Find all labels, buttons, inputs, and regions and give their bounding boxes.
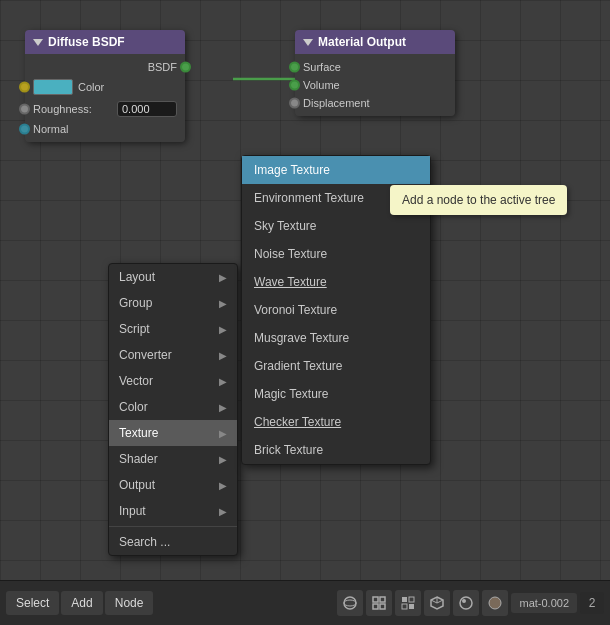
surface-label: Surface (303, 61, 447, 73)
arrow-icon: ▶ (219, 428, 227, 439)
add-menu: Layout ▶ Group ▶ Script ▶ Converter ▶ Ve… (108, 263, 238, 556)
bsdf-label: BSDF (33, 61, 177, 73)
collapse-icon (33, 39, 43, 46)
svg-line-13 (431, 600, 437, 603)
svg-rect-8 (409, 597, 414, 602)
arrow-icon: ▶ (219, 272, 227, 283)
menu-item-group[interactable]: Group ▶ (109, 290, 237, 316)
bsdf-socket-row: BSDF (25, 58, 185, 76)
menu-item-input[interactable]: Input ▶ (109, 498, 237, 524)
arrow-icon: ▶ (219, 480, 227, 491)
material-output-title: Material Output (318, 35, 406, 49)
menu-item-texture[interactable]: Texture ▶ (109, 420, 237, 446)
volume-row: Volume (295, 76, 455, 94)
menu-item-shader[interactable]: Shader ▶ (109, 446, 237, 472)
svg-rect-4 (380, 597, 385, 602)
collapse-icon-mat (303, 39, 313, 46)
texture-item-voronoi[interactable]: Voronoi Texture (242, 296, 430, 324)
volume-input-socket[interactable] (289, 80, 300, 91)
add-button[interactable]: Add (61, 591, 102, 615)
menu-item-color[interactable]: Color ▶ (109, 394, 237, 420)
svg-point-17 (489, 597, 501, 609)
svg-rect-7 (402, 597, 407, 602)
surface-input-socket[interactable] (289, 62, 300, 73)
svg-rect-3 (373, 597, 378, 602)
roughness-label: Roughness: (33, 103, 112, 115)
num-label: 2 (580, 592, 604, 614)
diffuse-bsdf-node: Diffuse BSDF BSDF Color Roughness: Norma… (25, 30, 185, 142)
menu-item-script[interactable]: Script ▶ (109, 316, 237, 342)
svg-point-15 (460, 597, 472, 609)
texture-item-sky[interactable]: Sky Texture (242, 212, 430, 240)
select-button[interactable]: Select (6, 591, 59, 615)
cube-icon[interactable] (424, 590, 450, 616)
texture-item-image[interactable]: Image Texture (242, 156, 430, 184)
menu-item-layout[interactable]: Layout ▶ (109, 264, 237, 290)
svg-point-1 (344, 597, 356, 609)
sphere-icon[interactable] (337, 590, 363, 616)
texture-item-wave[interactable]: Wave Texture (242, 268, 430, 296)
mat-label: mat-0.002 (511, 593, 577, 613)
displacement-row: Displacement (295, 94, 455, 112)
checker-icon[interactable] (395, 590, 421, 616)
arrow-icon: ▶ (219, 454, 227, 465)
menu-item-converter[interactable]: Converter ▶ (109, 342, 237, 368)
texture-item-musgrave[interactable]: Musgrave Texture (242, 324, 430, 352)
material-output-body: Surface Volume Displacement (295, 54, 455, 116)
texture-item-gradient[interactable]: Gradient Texture (242, 352, 430, 380)
arrow-icon: ▶ (219, 376, 227, 387)
color-input-socket[interactable] (19, 82, 30, 93)
svg-rect-9 (402, 604, 407, 609)
grid-icon[interactable] (366, 590, 392, 616)
texture-item-magic[interactable]: Magic Texture (242, 380, 430, 408)
volume-label: Volume (303, 79, 447, 91)
texture-item-noise[interactable]: Noise Texture (242, 240, 430, 268)
svg-line-14 (437, 600, 443, 603)
svg-rect-6 (380, 604, 385, 609)
arrow-icon: ▶ (219, 298, 227, 309)
texture-item-brick[interactable]: Brick Texture (242, 436, 430, 464)
roughness-input[interactable] (117, 101, 177, 117)
surface-row: Surface (295, 58, 455, 76)
arrow-icon: ▶ (219, 324, 227, 335)
svg-point-2 (344, 600, 356, 606)
material-output-header[interactable]: Material Output (295, 30, 455, 54)
shader-icon[interactable] (482, 590, 508, 616)
arrow-icon: ▶ (219, 402, 227, 413)
normal-label: Normal (33, 123, 177, 135)
svg-rect-5 (373, 604, 378, 609)
roughness-input-socket[interactable] (19, 104, 30, 115)
arrow-icon: ▶ (219, 350, 227, 361)
material-output-node: Material Output Surface Volume Displacem… (295, 30, 455, 116)
menu-item-vector[interactable]: Vector ▶ (109, 368, 237, 394)
node-button[interactable]: Node (105, 591, 154, 615)
svg-rect-10 (409, 604, 414, 609)
material-icon[interactable] (453, 590, 479, 616)
arrow-icon: ▶ (219, 506, 227, 517)
diffuse-bsdf-title: Diffuse BSDF (48, 35, 125, 49)
displacement-input-socket[interactable] (289, 98, 300, 109)
bsdf-output-socket[interactable] (180, 62, 191, 73)
diffuse-bsdf-header[interactable]: Diffuse BSDF (25, 30, 185, 54)
diffuse-bsdf-body: BSDF Color Roughness: Normal (25, 54, 185, 142)
displacement-label: Displacement (303, 97, 447, 109)
svg-point-16 (462, 599, 466, 603)
color-label: Color (78, 81, 177, 93)
normal-input-socket[interactable] (19, 124, 30, 135)
bottom-toolbar: Select Add Node mat-0.002 2 (0, 580, 610, 625)
color-socket-row: Color (25, 76, 185, 98)
texture-item-checker[interactable]: Checker Texture (242, 408, 430, 436)
roughness-row: Roughness: (25, 98, 185, 120)
normal-row: Normal (25, 120, 185, 138)
tooltip-text: Add a node to the active tree (402, 193, 555, 207)
menu-item-search[interactable]: Search ... (109, 529, 237, 555)
color-swatch[interactable] (33, 79, 73, 95)
menu-divider (109, 526, 237, 527)
tooltip: Add a node to the active tree (390, 185, 567, 215)
menu-item-output[interactable]: Output ▶ (109, 472, 237, 498)
toolbar-icons: mat-0.002 2 (337, 590, 604, 616)
